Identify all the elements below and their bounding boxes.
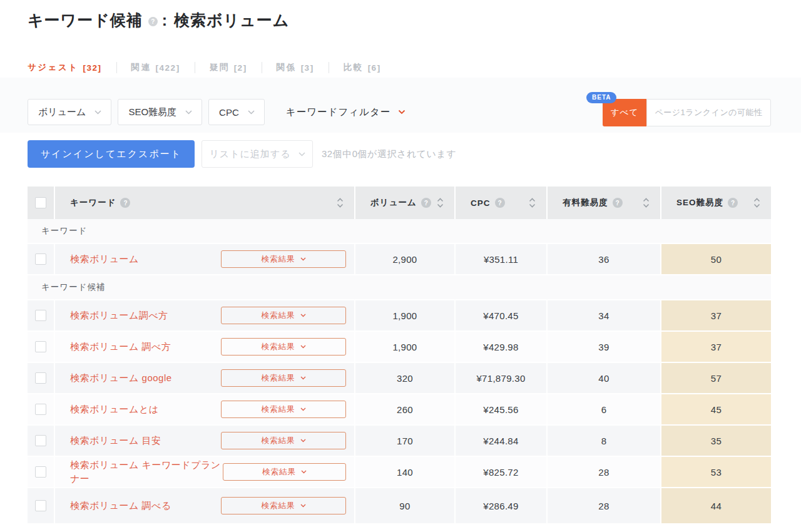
- seo-difficulty-cell: 50: [661, 244, 771, 274]
- column-header-label: SEO難易度: [661, 197, 723, 208]
- help-icon[interactable]: ?: [120, 198, 130, 208]
- sort-arrows-icon: [642, 197, 650, 208]
- tab-label: 関連: [131, 62, 151, 73]
- chevron-down-icon: [398, 110, 406, 115]
- column-header[interactable]: CPC ?: [456, 187, 548, 219]
- table-row: 検索ボリューム 調べる 検索結果 90 ¥286.49 28 44: [28, 488, 771, 524]
- search-results-button[interactable]: 検索結果: [221, 497, 346, 514]
- keyword-link[interactable]: 検索ボリュームとは: [55, 402, 159, 416]
- volume-cell: 320: [355, 363, 456, 393]
- select-all-checkbox[interactable]: [35, 197, 46, 208]
- search-results-button[interactable]: 検索結果: [221, 401, 346, 418]
- help-icon[interactable]: ?: [148, 17, 158, 26]
- rank-toggle: BETA すべて ページ1ランクインの可能性: [603, 99, 771, 126]
- page-title-separator: :: [162, 11, 168, 29]
- seo-difficulty-cell: 53: [661, 457, 771, 487]
- cpc-cell: ¥351.11: [456, 244, 548, 274]
- tab[interactable]: 疑問 [2]: [195, 62, 262, 73]
- keyword-link[interactable]: 検索ボリューム調べ方: [55, 309, 168, 322]
- row-checkbox[interactable]: [35, 372, 46, 384]
- keyword-cell: 検索ボリューム 調べる 検索結果: [55, 488, 355, 523]
- row-checkbox[interactable]: [35, 404, 46, 415]
- tab[interactable]: 関係 [3]: [262, 62, 329, 73]
- keyword-ideas-page: キーワード候補 ? : 検索ボリューム サジェスト [32] 関連 [422] …: [0, 0, 801, 532]
- signin-export-button[interactable]: サインインしてエクスポート: [28, 140, 195, 168]
- keyword-link[interactable]: 検索ボリューム 調べる: [55, 499, 171, 513]
- table-row: 検索ボリューム キーワードプランナー 検索結果 140 ¥825.72 28 5…: [28, 457, 771, 488]
- page-title-text: キーワード候補: [28, 10, 143, 31]
- toggle-page1-button[interactable]: ページ1ランクインの可能性: [646, 99, 771, 126]
- row-checkbox[interactable]: [35, 466, 46, 478]
- column-header[interactable]: ボリューム ?: [355, 187, 456, 219]
- sort-arrows-icon: [336, 197, 344, 208]
- sort-control[interactable]: [642, 197, 650, 208]
- sort-control[interactable]: [336, 197, 344, 208]
- row-checkbox[interactable]: [35, 310, 46, 321]
- add-to-list-button[interactable]: リストに追加する: [202, 140, 313, 168]
- row-checkbox-cell: [28, 394, 55, 424]
- sort-arrows-icon: [528, 197, 536, 208]
- tab-count: [3]: [301, 63, 314, 73]
- keyword-link[interactable]: 検索ボリューム 目安: [55, 434, 161, 448]
- keyword-link[interactable]: 検索ボリューム: [55, 252, 139, 266]
- filter-dropdown-label: SEO難易度: [128, 106, 176, 118]
- filter-dropdown-label: ボリューム: [38, 106, 86, 118]
- help-icon[interactable]: ?: [613, 198, 623, 208]
- row-checkbox[interactable]: [35, 341, 46, 352]
- filter-dropdown[interactable]: ボリューム: [28, 99, 111, 125]
- row-checkbox[interactable]: [35, 253, 46, 265]
- filter-dropdown[interactable]: CPC: [208, 99, 265, 125]
- sort-control[interactable]: [436, 197, 444, 208]
- chevron-down-icon: [298, 152, 305, 156]
- sort-control[interactable]: [528, 197, 536, 208]
- volume-cell: 170: [355, 426, 456, 456]
- keyword-filter-button[interactable]: キーワードフィルター: [286, 106, 406, 119]
- help-icon[interactable]: ?: [421, 198, 431, 208]
- filter-dropdown[interactable]: SEO難易度: [118, 99, 202, 125]
- tab-count: [32]: [83, 63, 102, 73]
- tab-count: [6]: [368, 63, 381, 73]
- tab[interactable]: 関連 [422]: [117, 62, 195, 73]
- search-results-label: 検索結果: [262, 342, 295, 352]
- column-header[interactable]: キーワード ?: [55, 187, 355, 219]
- selection-info: 32個中0個が選択されています: [322, 148, 456, 160]
- cpc-cell: ¥429.98: [456, 332, 548, 362]
- row-checkbox-cell: [28, 457, 55, 487]
- search-results-button[interactable]: 検索結果: [221, 338, 346, 356]
- search-results-label: 検索結果: [262, 373, 295, 384]
- help-icon[interactable]: ?: [495, 198, 505, 208]
- paid-difficulty-cell: 8: [548, 426, 661, 456]
- keyword-cell: 検索ボリューム調べ方 検索結果: [55, 300, 355, 330]
- tab[interactable]: 比較 [6]: [329, 62, 395, 73]
- search-results-button[interactable]: 検索結果: [221, 307, 346, 324]
- volume-cell: 140: [355, 457, 456, 487]
- tab[interactable]: サジェスト [32]: [28, 62, 117, 73]
- keyword-link[interactable]: 検索ボリューム google: [55, 371, 172, 385]
- tab-label: サジェスト: [28, 62, 79, 73]
- row-checkbox[interactable]: [35, 500, 46, 511]
- help-icon[interactable]: ?: [728, 198, 738, 208]
- column-header[interactable]: SEO難易度 ?: [661, 187, 771, 219]
- row-checkbox-cell: [28, 488, 55, 523]
- table-section-label: キーワード候補: [28, 275, 771, 300]
- cpc-cell: ¥286.49: [456, 488, 548, 523]
- keyword-cell: 検索ボリューム google 検索結果: [55, 363, 355, 393]
- paid-difficulty-cell: 28: [548, 457, 661, 487]
- search-results-button[interactable]: 検索結果: [221, 432, 346, 449]
- cpc-cell: ¥245.56: [456, 394, 548, 424]
- search-results-button[interactable]: 検索結果: [223, 463, 346, 481]
- search-results-button[interactable]: 検索結果: [221, 250, 346, 268]
- search-results-label: 検索結果: [262, 404, 295, 415]
- row-checkbox[interactable]: [35, 435, 46, 446]
- search-results-label: 検索結果: [262, 254, 295, 265]
- keyword-link[interactable]: 検索ボリューム 調べ方: [55, 340, 171, 354]
- search-results-button[interactable]: 検索結果: [221, 369, 346, 387]
- keyword-link[interactable]: 検索ボリューム キーワードプランナー: [55, 458, 223, 486]
- cpc-cell: ¥470.45: [456, 300, 548, 330]
- sort-control[interactable]: [753, 197, 761, 208]
- tab-bar: サジェスト [32] 関連 [422] 疑問 [2] 関係 [3] 比較 [6]: [28, 62, 395, 73]
- column-header-label: キーワード: [55, 197, 116, 208]
- filter-dropdowns: ボリューム SEO難易度 CPC キーワードフィルター: [28, 99, 406, 125]
- column-header[interactable]: 有料難易度 ?: [548, 187, 661, 219]
- tab-count: [2]: [234, 63, 247, 73]
